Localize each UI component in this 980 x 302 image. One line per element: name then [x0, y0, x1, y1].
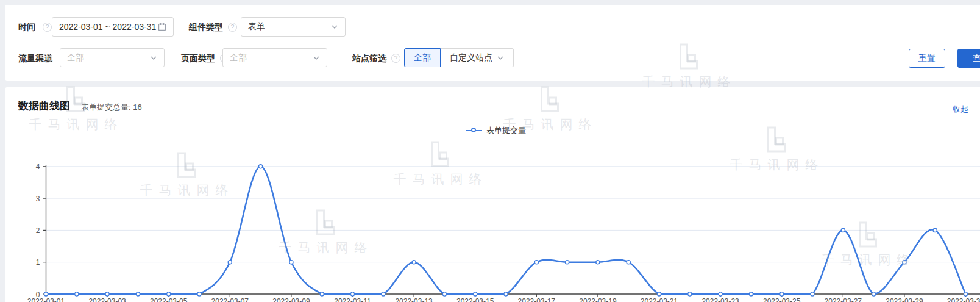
- chevron-down-icon: [313, 54, 320, 62]
- chevron-down-icon: [331, 23, 338, 31]
- filter-card: 时间 ? 2022-03-01 ~ 2022-03-31 组件类型 ? 表单 流…: [5, 5, 980, 81]
- page-type-select[interactable]: 全部: [222, 48, 327, 67]
- collapse-link[interactable]: 收起: [953, 104, 968, 115]
- site-filter-help-icon[interactable]: ?: [391, 54, 400, 63]
- query-button-label: 查询: [973, 53, 980, 64]
- page-type-value: 全部: [230, 52, 313, 63]
- site-filter-label: 站点筛选: [352, 48, 386, 68]
- chart-title: 数据曲线图: [18, 99, 70, 113]
- chevron-down-icon: [150, 54, 157, 62]
- date-range-value: 2022-03-01 ~ 2022-03-31: [59, 22, 158, 32]
- time-filter-label: 时间: [18, 17, 35, 37]
- time-help-icon[interactable]: ?: [43, 23, 52, 32]
- reset-button-label: 重置: [918, 53, 936, 64]
- traffic-channel-help-icon[interactable]: ?: [43, 54, 52, 63]
- site-filter-all-button[interactable]: 全部: [404, 48, 441, 67]
- date-range-input[interactable]: 2022-03-01 ~ 2022-03-31: [52, 17, 174, 37]
- site-filter-custom-button[interactable]: 自定义站点: [441, 48, 514, 67]
- site-filter-custom-label: 自定义站点: [450, 52, 492, 63]
- reset-button[interactable]: 重置: [909, 49, 945, 68]
- query-button[interactable]: 查询: [957, 49, 980, 68]
- component-type-value: 表单: [248, 21, 331, 32]
- legend-item-form-submissions[interactable]: 表单提交量: [466, 125, 526, 136]
- curve-chart-card: 数据曲线图 表单提交总量: 16 收起 表单提交量: [5, 87, 980, 302]
- legend-line-marker-icon: [466, 128, 482, 133]
- chevron-down-icon: [497, 54, 504, 62]
- component-type-label: 组件类型: [189, 17, 223, 37]
- legend-label: 表单提交量: [486, 125, 526, 136]
- traffic-channel-select[interactable]: 全部: [60, 48, 165, 67]
- component-type-help-icon[interactable]: ?: [228, 23, 237, 32]
- traffic-channel-value: 全部: [67, 52, 150, 63]
- calendar-icon: [158, 23, 166, 31]
- site-filter-segmented: 全部 自定义站点: [404, 48, 514, 67]
- page-type-label: 页面类型: [181, 48, 215, 68]
- component-type-select[interactable]: 表单: [241, 17, 346, 37]
- chart-total-summary: 表单提交总量: 16: [81, 102, 142, 113]
- site-filter-all-label: 全部: [414, 52, 431, 63]
